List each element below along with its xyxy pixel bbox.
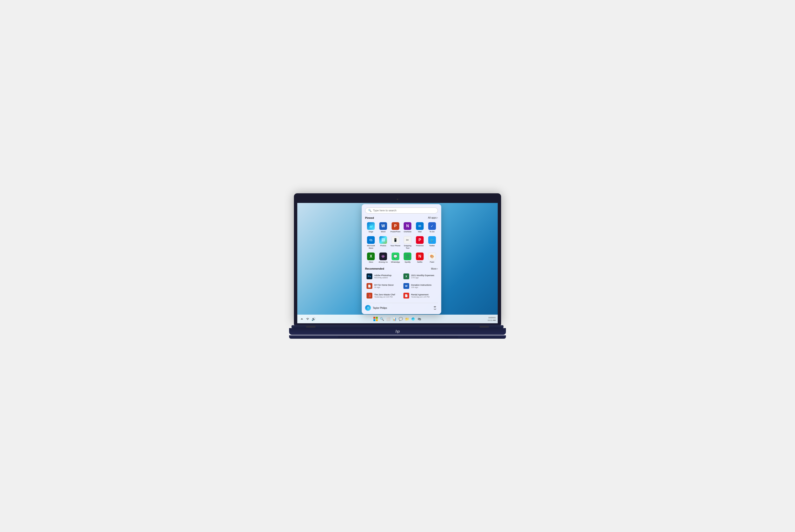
recommended-grid: Ps Adobe Photoshop Recently added X 2021… bbox=[365, 272, 438, 300]
taskview-icon[interactable]: ⬜ bbox=[386, 316, 391, 322]
pinned-apps-grid: Edge W Word P PowerPoint bbox=[365, 221, 438, 264]
widgets-icon[interactable]: 📊 bbox=[392, 316, 397, 322]
app-xbox[interactable]: X Xbox bbox=[365, 251, 377, 264]
rec-diy[interactable]: 📄 DIY for Home Decor 2h ago bbox=[365, 282, 401, 290]
screen-bezel: 🔍 Type here to search Pinned All apps › bbox=[294, 193, 501, 323]
edge-icon bbox=[367, 222, 375, 230]
user-info[interactable]: T Taylor Philips bbox=[365, 305, 387, 311]
zerowaste-subtitle: Yesterday at 4:24 PM bbox=[374, 296, 395, 298]
twitter-icon: 🐦 bbox=[428, 236, 436, 244]
diy-subtitle: 2h ago bbox=[374, 286, 394, 288]
app-todo[interactable]: ✓ To Do bbox=[426, 221, 438, 234]
laptop-wrapper: 🔍 Type here to search Pinned All apps › bbox=[289, 193, 506, 339]
photoshop-title: Adobe Photoshop bbox=[374, 274, 392, 277]
paint-label: Paint bbox=[430, 261, 434, 263]
power-button[interactable] bbox=[432, 305, 438, 311]
onenote-icon: N bbox=[404, 222, 411, 230]
todo-icon: ✓ bbox=[428, 222, 436, 230]
wifi-icon[interactable] bbox=[305, 316, 310, 322]
app-powerpoint[interactable]: P PowerPoint bbox=[390, 221, 401, 234]
more-link[interactable]: More › bbox=[431, 267, 438, 270]
hp-logo: hp bbox=[395, 329, 400, 334]
edge-taskbar-icon[interactable] bbox=[410, 316, 416, 322]
app-word[interactable]: W Word bbox=[377, 221, 389, 234]
all-apps-link[interactable]: All apps › bbox=[428, 216, 438, 219]
app-spotify[interactable]: 🎵 Spotify bbox=[402, 251, 414, 264]
paint-icon: 🎨 bbox=[428, 252, 436, 260]
taskbar-time: 11:11 AM bbox=[487, 319, 496, 322]
taskbar-date: 10/20/21 bbox=[487, 316, 496, 319]
app-netflix[interactable]: N Netflix bbox=[414, 251, 426, 264]
expenses-subtitle: 17m ago bbox=[411, 277, 435, 279]
screen: 🔍 Type here to search Pinned All apps › bbox=[297, 203, 498, 323]
app-whatsapp[interactable]: 💬 WhatsApp bbox=[390, 251, 401, 264]
app-edge[interactable]: Edge bbox=[365, 221, 377, 234]
rec-rental[interactable]: 📄 Rental Agreement Yesterday at 1:15 PM bbox=[402, 291, 438, 300]
rental-icon: 📄 bbox=[404, 293, 409, 299]
diy-title: DIY for Home Decor bbox=[374, 284, 394, 286]
store-taskbar-icon[interactable]: 🛍 bbox=[417, 316, 422, 322]
whatsapp-icon: 💬 bbox=[391, 252, 399, 260]
app-snipping[interactable]: ✂ Snipping Tool bbox=[402, 235, 414, 250]
spotify-label: Spotify bbox=[405, 261, 410, 263]
app-yourphone[interactable]: 📱 Your Phone bbox=[390, 235, 401, 250]
donation-icon: W bbox=[404, 283, 409, 289]
camera-bar bbox=[297, 197, 498, 203]
rental-info: Rental Agreement Yesterday at 1:15 PM bbox=[411, 293, 429, 298]
snipping-label: Snipping Tool bbox=[402, 245, 413, 249]
rec-expenses[interactable]: X 2021 Monthly Expenses 17m ago bbox=[402, 272, 438, 281]
rec-zerowaste[interactable]: 📕 The Zero-Waste Chef Yesterday at 4:24 … bbox=[365, 291, 401, 300]
app-photos[interactable]: 🖼 Photos bbox=[377, 235, 389, 250]
app-twitter[interactable]: 🐦 Twitter bbox=[426, 235, 438, 250]
pinned-header: Pinned All apps › bbox=[365, 216, 438, 219]
zerowaste-title: The Zero-Waste Chef bbox=[374, 293, 395, 296]
netflix-label: Netflix bbox=[417, 261, 422, 263]
svg-rect-20 bbox=[376, 319, 378, 321]
taskbar-center: 🔍 ⬜ 📊 💬 📁 🛍 bbox=[373, 316, 422, 322]
yourphone-label: Your Phone bbox=[390, 245, 401, 247]
zerowaste-icon: 📕 bbox=[367, 293, 372, 299]
zerowaste-info: The Zero-Waste Chef Yesterday at 4:24 PM bbox=[374, 293, 395, 298]
user-avatar: T bbox=[365, 305, 371, 311]
hinge-left bbox=[306, 326, 316, 328]
msstore-label: Microsoft Store bbox=[366, 245, 376, 249]
recommended-title: Recommended bbox=[365, 267, 384, 270]
app-onenote[interactable]: N OneNote bbox=[402, 221, 414, 234]
app-mail[interactable]: ✉ Mail bbox=[414, 221, 426, 234]
word-label: Word bbox=[381, 231, 386, 233]
keyboard-base: hp bbox=[289, 328, 506, 335]
app-amongus[interactable]: 👾 Among Us bbox=[377, 251, 389, 264]
chat-icon[interactable]: 💬 bbox=[398, 316, 403, 322]
pinterest-label: Pinterest bbox=[416, 245, 424, 247]
rental-title: Rental Agreement bbox=[411, 293, 429, 296]
snipping-icon: ✂ bbox=[404, 236, 411, 244]
explorer-icon[interactable]: 📁 bbox=[404, 316, 409, 322]
app-pinterest[interactable]: P Pinterest bbox=[414, 235, 426, 250]
app-msstore[interactable]: 🛍 Microsoft Store bbox=[365, 235, 377, 250]
rec-adobe-photoshop[interactable]: Ps Adobe Photoshop Recently added bbox=[365, 272, 401, 281]
start-button[interactable] bbox=[373, 316, 378, 322]
keyboard-feet-area bbox=[289, 335, 506, 339]
twitter-label: Twitter bbox=[429, 245, 435, 247]
app-paint[interactable]: 🎨 Paint bbox=[426, 251, 438, 264]
todo-label: To Do bbox=[429, 231, 435, 233]
svg-rect-19 bbox=[373, 319, 375, 321]
whatsapp-label: WhatsApp bbox=[391, 261, 400, 263]
photos-icon: 🖼 bbox=[379, 236, 387, 244]
donation-info: Donation Instructions 12h ago bbox=[411, 284, 432, 288]
diy-icon: 📄 bbox=[367, 283, 372, 289]
pinterest-icon: P bbox=[416, 236, 424, 244]
powerpoint-label: PowerPoint bbox=[390, 231, 401, 233]
search-taskbar-icon[interactable]: 🔍 bbox=[379, 316, 385, 322]
rec-donation[interactable]: W Donation Instructions 12h ago bbox=[402, 282, 438, 290]
taskbar-right: 10/20/21 11:11 AM bbox=[487, 316, 496, 322]
system-tray-chevron[interactable] bbox=[299, 316, 304, 322]
edge-label: Edge bbox=[369, 231, 373, 233]
yourphone-icon: 📱 bbox=[391, 236, 399, 244]
msstore-icon: 🛍 bbox=[367, 236, 375, 244]
volume-icon[interactable]: 🔊 bbox=[311, 316, 316, 322]
mail-icon: ✉ bbox=[416, 222, 424, 230]
search-bar[interactable]: 🔍 Type here to search bbox=[365, 208, 438, 213]
hinge-right bbox=[479, 326, 489, 328]
power-icon bbox=[433, 306, 437, 310]
